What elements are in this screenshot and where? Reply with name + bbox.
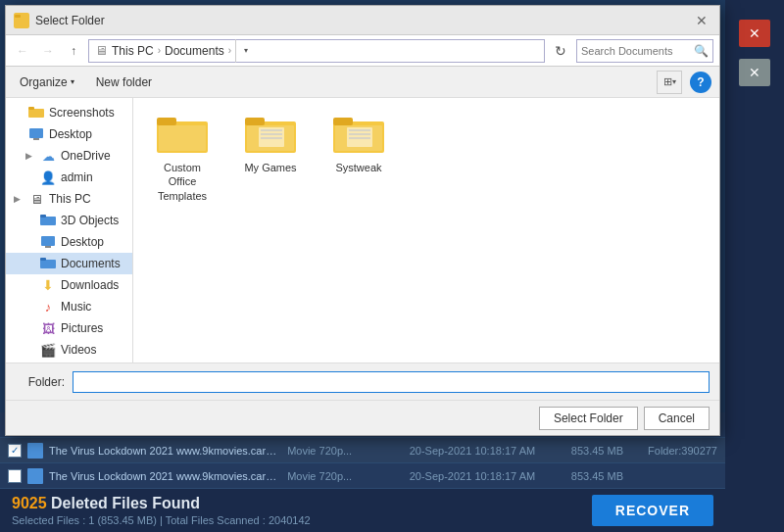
svg-rect-1 <box>15 15 21 18</box>
close-btn-2[interactable]: ✕ <box>739 59 770 86</box>
address-path[interactable]: 🖥 This PC › Documents › ▾ <box>88 39 545 63</box>
dialog-title: Select Folder <box>35 14 686 27</box>
sidebar-item-local-c[interactable]: 💾 Local Disk (C:) <box>6 361 132 363</box>
action-buttons: Select Folder Cancel <box>6 400 719 435</box>
folder-label: My Games <box>244 161 296 174</box>
svg-rect-8 <box>41 236 55 246</box>
refresh-button[interactable]: ↻ <box>549 39 572 63</box>
search-icon: 🔍 <box>694 44 709 58</box>
help-label: ? <box>697 75 704 89</box>
file-area: Custom Office Templates My <box>133 98 719 363</box>
svg-rect-26 <box>349 129 370 131</box>
sidebar-item-onedrive[interactable]: ▶ ☁ OneDrive <box>6 145 132 167</box>
deleted-label: Deleted Files Found <box>51 495 200 511</box>
file-type-2: Movie 720p... <box>287 445 404 457</box>
new-folder-button[interactable]: New folder <box>88 73 160 92</box>
sidebar-item-desktop-top[interactable]: Desktop <box>6 123 132 145</box>
folder-item-custom-office[interactable]: Custom Office Templates <box>143 108 221 209</box>
svg-rect-10 <box>40 260 56 268</box>
downloads-icon: ⬇ <box>40 277 56 293</box>
path-sep-1: › <box>158 45 161 56</box>
back-button[interactable]: ← <box>12 40 33 62</box>
sidebar-label: Music <box>61 300 91 314</box>
desktop-icon <box>28 126 44 142</box>
search-input[interactable] <box>581 45 690 57</box>
up-button[interactable]: ↑ <box>63 40 84 62</box>
close-btn-1[interactable]: ✕ <box>739 20 770 47</box>
folder-input-bar: Folder: <box>6 363 719 400</box>
file-date-2: 20-Sep-2021 10:18:17 AM <box>410 445 549 457</box>
help-button[interactable]: ? <box>690 72 711 93</box>
organize-button[interactable]: Organize ▾ <box>14 73 80 92</box>
pc-icon: 🖥 <box>95 43 108 58</box>
svg-rect-2 <box>28 109 44 118</box>
sidebar-label: Documents <box>61 257 121 270</box>
svg-rect-6 <box>40 217 56 225</box>
sidebar-label: Desktop <box>49 127 92 141</box>
sidebar-label: OneDrive <box>61 149 111 163</box>
new-folder-label: New folder <box>96 75 152 89</box>
sidebar-item-desktop2[interactable]: Desktop <box>6 231 132 253</box>
right-panel: ✕ ✕ <box>725 0 784 532</box>
music-icon: ♪ <box>40 299 56 314</box>
cancel-button[interactable]: Cancel <box>644 407 710 430</box>
dialog-close-button[interactable]: ✕ <box>692 11 711 30</box>
svg-rect-0 <box>15 17 28 25</box>
row-checkbox-3[interactable] <box>8 469 22 483</box>
folder-label: Custom Office Templates <box>149 161 216 203</box>
select-folder-dialog: Select Folder ✕ ← → ↑ 🖥 This PC › Docume… <box>5 5 720 436</box>
file-size-3: 853.45 MB <box>555 470 623 482</box>
sidebar-item-music[interactable]: ♪ Music <box>6 296 132 317</box>
folder-icon-custom <box>157 114 208 157</box>
select-folder-button[interactable]: Select Folder <box>539 407 638 430</box>
pc-icon: 🖥 <box>28 191 44 207</box>
sidebar-label: Desktop <box>61 235 104 249</box>
file-icon-2 <box>27 443 43 459</box>
sidebar-item-admin[interactable]: 👤 admin <box>6 167 132 188</box>
folder-icon <box>28 105 44 121</box>
sidebar-label: admin <box>61 170 93 184</box>
row-checkbox-2[interactable] <box>8 444 22 458</box>
folder-label: Systweak <box>335 161 381 174</box>
folder-item-systweak[interactable]: Systweak <box>319 108 398 209</box>
sidebar-label: Videos <box>61 343 96 357</box>
path-dropdown-button[interactable]: ▾ <box>235 39 255 63</box>
sidebar-item-downloads[interactable]: ⬇ Downloads <box>6 274 132 296</box>
documents-icon <box>40 256 56 271</box>
sidebar-item-videos[interactable]: 🎬 Videos <box>6 339 132 361</box>
recover-button[interactable]: RECOVER <box>592 495 713 526</box>
table-row[interactable]: The Virus Lockdown 2021 www.9kmovies.car… <box>0 438 725 463</box>
folder-icon-systweak <box>333 114 384 157</box>
sidebar-item-pictures[interactable]: 🖼 Pictures <box>6 317 132 339</box>
table-row[interactable]: The Virus Lockdown 2021 www.9kmovies.car… <box>0 463 725 489</box>
sidebar-item-documents[interactable]: Documents <box>6 253 132 274</box>
sidebar-item-screenshots[interactable]: Screenshots <box>6 102 132 123</box>
view-button[interactable]: ⊞ ▾ <box>657 71 682 94</box>
path-segment-2[interactable]: Documents <box>165 44 224 58</box>
dialog-content: Screenshots Desktop ▶ ☁ OneDrive 👤 admin <box>6 98 719 363</box>
sidebar: Screenshots Desktop ▶ ☁ OneDrive 👤 admin <box>6 98 133 363</box>
folder-item-my-games[interactable]: My Games <box>231 108 310 209</box>
sidebar-item-this-pc[interactable]: ▶ 🖥 This PC <box>6 188 132 210</box>
expand-icon: ▶ <box>25 151 35 161</box>
path-segment-1[interactable]: This PC <box>112 44 154 58</box>
svg-rect-14 <box>159 125 206 151</box>
user-icon: 👤 <box>40 169 56 185</box>
file-icon-3 <box>27 468 43 484</box>
svg-rect-27 <box>349 133 370 135</box>
svg-rect-16 <box>245 118 265 125</box>
svg-rect-5 <box>33 138 39 140</box>
folder-input[interactable] <box>73 371 710 393</box>
svg-rect-28 <box>349 137 370 139</box>
svg-rect-11 <box>40 258 46 261</box>
svg-rect-21 <box>261 137 282 139</box>
dialog-titlebar: Select Folder ✕ <box>6 6 719 35</box>
sidebar-item-3d[interactable]: 3D Objects <box>6 210 132 231</box>
sidebar-label: Pictures <box>61 321 103 335</box>
svg-rect-3 <box>28 107 34 110</box>
forward-button[interactable]: → <box>37 40 59 62</box>
svg-rect-7 <box>40 215 46 218</box>
svg-rect-23 <box>333 118 353 125</box>
file-date-3: 20-Sep-2021 10:18:17 AM <box>410 470 549 482</box>
svg-rect-20 <box>261 133 282 135</box>
